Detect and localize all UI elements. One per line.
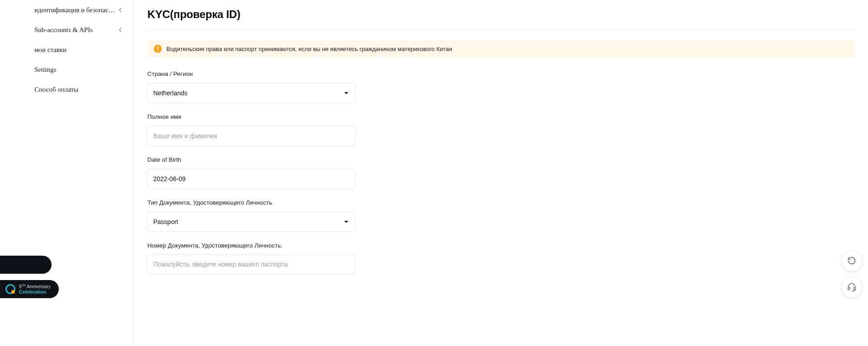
chevron-down-icon bbox=[343, 219, 349, 225]
field-label: Полное имя bbox=[147, 113, 355, 122]
refresh-icon bbox=[847, 256, 857, 267]
sidebar-item-identification-security[interactable]: идентификация и безопасно… bbox=[0, 0, 133, 20]
sidebar-item-my-stakes[interactable]: мои ставки bbox=[0, 40, 133, 60]
field-doc-type: Тип Документа, Удостоверяющего Личность … bbox=[147, 199, 355, 232]
field-label: Страна / Регион bbox=[147, 70, 355, 79]
full-name-input[interactable] bbox=[153, 126, 349, 145]
svg-rect-0 bbox=[848, 287, 850, 290]
sidebar-item-label: Settings bbox=[34, 66, 123, 74]
anniversary-ring-icon bbox=[5, 284, 15, 294]
select-value: Passport bbox=[153, 218, 343, 225]
support-button[interactable] bbox=[842, 277, 862, 297]
field-doc-number: Номер Документа, Удостоверяющего Личност… bbox=[147, 242, 355, 275]
headset-icon bbox=[847, 282, 857, 293]
main-content: KYC(проверка ID) ! Водительские права ил… bbox=[134, 0, 868, 346]
info-notice: ! Водительские права или паспорт принима… bbox=[147, 40, 854, 57]
country-select[interactable]: Netherlands bbox=[147, 83, 355, 103]
chevron-left-icon bbox=[118, 28, 123, 32]
kyc-form: Страна / Регион Netherlands Полное имя D… bbox=[147, 70, 355, 274]
select-value: Netherlands bbox=[153, 89, 343, 97]
floating-pill-blank[interactable] bbox=[0, 256, 52, 274]
anniversary-line1-sup: TH bbox=[22, 284, 26, 287]
chevron-left-icon bbox=[118, 8, 123, 12]
full-name-control bbox=[147, 126, 355, 146]
refresh-button[interactable] bbox=[842, 251, 862, 271]
field-label: Date of Birth bbox=[147, 156, 355, 164]
doc-type-select[interactable]: Passport bbox=[147, 212, 355, 232]
floating-pills: 9TH Anniversary Celebration bbox=[0, 256, 59, 298]
page-title: KYC(проверка ID) bbox=[147, 8, 854, 21]
anniversary-line2: Celebration bbox=[19, 289, 51, 295]
divider bbox=[147, 29, 854, 29]
sidebar-item-settings[interactable]: Settings bbox=[0, 60, 133, 79]
doc-number-input[interactable] bbox=[153, 255, 349, 274]
field-country: Страна / Регион Netherlands bbox=[147, 70, 355, 103]
doc-number-control bbox=[147, 254, 355, 274]
field-full-name: Полное имя bbox=[147, 113, 355, 146]
sidebar-item-label: идентификация и безопасно… bbox=[34, 6, 115, 14]
svg-rect-1 bbox=[854, 287, 856, 290]
sidebar-item-label: Способ оплаты bbox=[34, 86, 123, 94]
chevron-down-icon bbox=[343, 90, 349, 96]
notice-text: Водительские права или паспорт принимают… bbox=[166, 46, 452, 52]
field-dob: Date of Birth bbox=[147, 156, 355, 189]
sidebar-item-subaccounts-apis[interactable]: Sub-accounts & APIs bbox=[0, 20, 133, 40]
anniversary-text: 9TH Anniversary Celebration bbox=[19, 284, 51, 295]
field-label: Номер Документа, Удостоверяющего Личност… bbox=[147, 242, 355, 250]
dob-control bbox=[147, 169, 355, 189]
sidebar-item-label: Sub-accounts & APIs bbox=[34, 26, 115, 34]
sidebar-item-label: мои ставки bbox=[34, 46, 123, 54]
warning-icon: ! bbox=[154, 45, 162, 53]
sidebar-item-payment-method[interactable]: Способ оплаты bbox=[0, 79, 133, 99]
dob-input[interactable] bbox=[153, 169, 349, 188]
side-action-buttons bbox=[842, 251, 862, 297]
field-label: Тип Документа, Удостоверяющего Личность bbox=[147, 199, 355, 207]
anniversary-pill[interactable]: 9TH Anniversary Celebration bbox=[0, 280, 59, 298]
anniversary-line1-suffix: Anniversary bbox=[26, 284, 51, 289]
